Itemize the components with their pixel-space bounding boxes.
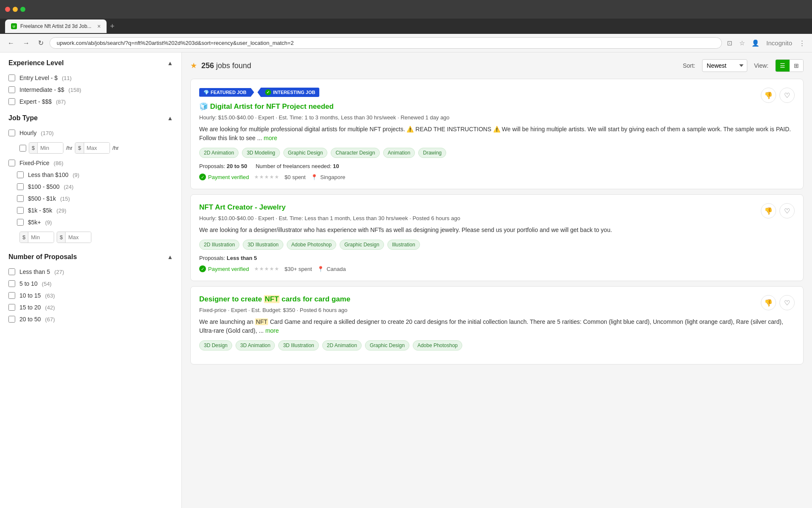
cast-icon[interactable]: ⊡ bbox=[725, 38, 734, 49]
less-100-checkbox[interactable] bbox=[17, 171, 24, 178]
job2-proposals-row: Proposals: Less than 5 bbox=[199, 255, 795, 261]
featured-job-badge: 💎 FEATURED JOB bbox=[199, 88, 254, 97]
skill-drawing[interactable]: Drawing bbox=[418, 148, 446, 158]
job3-save-button[interactable]: ♡ bbox=[779, 295, 795, 310]
5k-plus-checkbox[interactable] bbox=[17, 219, 24, 226]
filter-10-15[interactable]: 10 to 15 (63) bbox=[8, 290, 173, 301]
job3-more-link[interactable]: more bbox=[265, 327, 279, 334]
5-10-checkbox[interactable] bbox=[8, 280, 15, 287]
tab-close-button[interactable]: × bbox=[97, 23, 101, 30]
bookmark-icon[interactable]: ☆ bbox=[738, 38, 746, 49]
skill-illustration[interactable]: Illustration bbox=[387, 240, 420, 250]
filter-fixed-price[interactable]: Fixed-Price (86) bbox=[8, 157, 173, 169]
filter-100-500[interactable]: $100 - $500 (24) bbox=[17, 181, 173, 193]
skill-adobe-photoshop-2[interactable]: Adobe Photoshop bbox=[413, 340, 462, 351]
sort-label: Sort: bbox=[683, 62, 695, 69]
hourly-checkbox[interactable] bbox=[8, 130, 15, 136]
skill-3d-modeling[interactable]: 3D Modeling bbox=[242, 148, 280, 158]
job-type-header[interactable]: Job Type ▲ bbox=[8, 108, 173, 127]
hourly-max-input[interactable] bbox=[84, 143, 110, 153]
active-tab[interactable]: U Freelance Nft Artist 2d 3d Job... × bbox=[5, 19, 107, 33]
hourly-min-input[interactable] bbox=[38, 143, 63, 153]
filter-1k-5k[interactable]: $1k - $5k (29) bbox=[17, 204, 173, 216]
1k-5k-checkbox[interactable] bbox=[17, 207, 24, 214]
job1-freelancers: Number of freelancers needed: 10 bbox=[255, 163, 339, 169]
fixed-dollar-min: $ bbox=[20, 232, 28, 243]
job1-location: 📍 Singapore bbox=[311, 174, 346, 180]
skill-2d-animation[interactable]: 2D Animation bbox=[199, 148, 239, 158]
filter-20-50[interactable]: 20 to 50 (67) bbox=[8, 313, 173, 325]
proposals-header[interactable]: Number of Proposals ▲ bbox=[8, 246, 173, 266]
sort-select[interactable]: Newest Relevance bbox=[702, 59, 747, 72]
skill-character-design[interactable]: Character Design bbox=[331, 148, 379, 158]
filter-expert[interactable]: Expert - $$$ (87) bbox=[8, 96, 173, 108]
1k-5k-label: $1k - $5k bbox=[28, 207, 52, 214]
menu-icon[interactable]: ⋮ bbox=[797, 38, 807, 49]
job1-dislike-button[interactable]: 👎 bbox=[761, 88, 776, 103]
job-card-2: 👎 ♡ NFT Art Creator - Jewelry Hourly: $1… bbox=[190, 194, 804, 281]
100-500-checkbox[interactable] bbox=[17, 183, 24, 190]
incognito-label: Incognito bbox=[765, 38, 794, 49]
expert-checkbox[interactable] bbox=[8, 98, 15, 105]
hourly-range-separator: /hr bbox=[66, 145, 72, 151]
skill-3d-illustration-2[interactable]: 3D Illustration bbox=[278, 340, 318, 351]
list-view-button[interactable]: ☰ bbox=[776, 60, 790, 72]
fixed-max-input[interactable] bbox=[66, 232, 91, 243]
job3-title[interactable]: Designer to create NFT cards for card ga… bbox=[199, 295, 795, 304]
filter-500-1k[interactable]: $500 - $1k (15) bbox=[17, 193, 173, 204]
filter-intermediate[interactable]: Intermediate - $$ (158) bbox=[8, 84, 173, 96]
forward-button[interactable]: → bbox=[20, 38, 32, 49]
20-50-checkbox[interactable] bbox=[8, 316, 15, 323]
refresh-button[interactable]: ↻ bbox=[36, 37, 46, 49]
minimize-dot[interactable] bbox=[13, 7, 18, 12]
10-15-checkbox[interactable] bbox=[8, 292, 15, 299]
entry-level-checkbox[interactable] bbox=[8, 75, 15, 81]
15-20-checkbox[interactable] bbox=[8, 304, 15, 311]
user-icon[interactable]: 👤 bbox=[750, 38, 761, 49]
interesting-job-badge: ✓ INTERESTING JOB bbox=[258, 88, 320, 97]
hourly-range-checkbox[interactable] bbox=[19, 145, 26, 152]
fixed-min-input[interactable] bbox=[28, 232, 54, 243]
experience-level-header[interactable]: Experience Level ▲ bbox=[8, 52, 173, 72]
address-input[interactable] bbox=[49, 37, 722, 49]
verify-check-icon: ✓ bbox=[199, 174, 206, 180]
skill-2d-animation-2[interactable]: 2D Animation bbox=[322, 340, 362, 351]
10-15-count: (63) bbox=[45, 293, 55, 299]
close-dot[interactable] bbox=[5, 7, 10, 12]
job1-more-link[interactable]: more bbox=[264, 135, 277, 141]
skill-2d-illustration[interactable]: 2D Illustration bbox=[199, 240, 239, 250]
new-tab-button[interactable]: + bbox=[110, 22, 115, 31]
skill-graphic-design[interactable]: Graphic Design bbox=[283, 148, 328, 158]
filter-5k-plus[interactable]: $5k+ (9) bbox=[17, 216, 173, 228]
back-button[interactable]: ← bbox=[5, 38, 17, 49]
less-5-checkbox[interactable] bbox=[8, 268, 15, 275]
job1-save-button[interactable]: ♡ bbox=[779, 88, 795, 103]
filter-entry-level[interactable]: Entry Level - $ (11) bbox=[8, 72, 173, 84]
skill-graphic-design-2[interactable]: Graphic Design bbox=[340, 240, 384, 250]
500-1k-checkbox[interactable] bbox=[17, 195, 24, 202]
maximize-dot[interactable] bbox=[20, 7, 25, 12]
filter-5-10[interactable]: 5 to 10 (54) bbox=[8, 278, 173, 290]
job2-dislike-button[interactable]: 👎 bbox=[761, 203, 776, 218]
job3-dislike-button[interactable]: 👎 bbox=[761, 295, 776, 310]
job2-save-button[interactable]: ♡ bbox=[779, 203, 795, 218]
skill-3d-illustration[interactable]: 3D Illustration bbox=[243, 240, 283, 250]
filter-less-than-100[interactable]: Less than $100 (9) bbox=[17, 169, 173, 181]
skill-graphic-design-3[interactable]: Graphic Design bbox=[365, 340, 409, 351]
skill-animation[interactable]: Animation bbox=[383, 148, 415, 158]
fixed-min-field: $ bbox=[19, 232, 54, 243]
skill-3d-animation[interactable]: 3D Animation bbox=[236, 340, 275, 351]
skill-3d-design[interactable]: 3D Design bbox=[199, 340, 232, 351]
proposals-chevron: ▲ bbox=[167, 254, 173, 260]
skill-adobe-photoshop[interactable]: Adobe Photoshop bbox=[287, 240, 336, 250]
grid-view-button[interactable]: ⊞ bbox=[790, 60, 803, 72]
filter-less-5[interactable]: Less than 5 (27) bbox=[8, 266, 173, 278]
5k-plus-count: (9) bbox=[45, 219, 52, 226]
job2-title[interactable]: NFT Art Creator - Jewelry bbox=[199, 203, 795, 212]
intermediate-checkbox[interactable] bbox=[8, 86, 15, 93]
job1-title[interactable]: 🧊 Digital Artist for NFT Project needed bbox=[199, 102, 795, 111]
filter-hourly[interactable]: Hourly (170) bbox=[8, 127, 173, 139]
filter-15-20[interactable]: 15 to 20 (42) bbox=[8, 301, 173, 313]
job2-payment-row: ✓ Payment verified ★★★★★ $30+ spent 📍 Ca… bbox=[199, 265, 795, 272]
fixed-price-checkbox[interactable] bbox=[8, 160, 15, 166]
